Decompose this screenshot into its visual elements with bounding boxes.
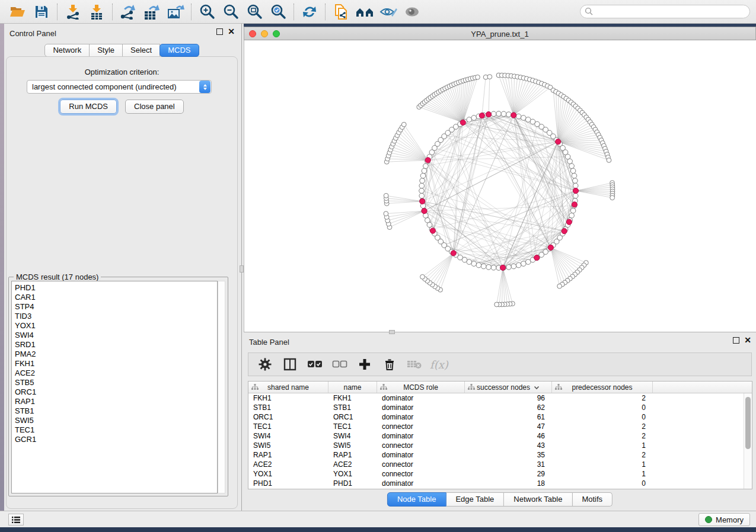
table-cell[interactable]: 31 <box>465 460 552 469</box>
table-cell[interactable]: FKH1 <box>328 393 377 403</box>
open-file-button[interactable] <box>6 2 30 22</box>
table-cell[interactable]: 2 <box>552 450 653 460</box>
search-input[interactable] <box>580 5 750 18</box>
tab-style[interactable]: Style <box>89 44 123 57</box>
table-cell[interactable]: SWI5 <box>248 441 328 450</box>
table-cell[interactable]: 2 <box>552 431 653 441</box>
select-all-button[interactable] <box>305 355 324 374</box>
create-column-button[interactable] <box>355 355 374 374</box>
column-header-successor-nodes[interactable]: successor nodes <box>465 382 552 393</box>
table-row[interactable]: SWI5SWI5connector431 <box>248 441 752 450</box>
mcds-result-item[interactable]: FKH1 <box>15 359 217 368</box>
zoom-out-button[interactable] <box>219 2 243 22</box>
mcds-result-item[interactable]: SWI5 <box>15 416 217 425</box>
table-cell[interactable]: 96 <box>465 393 552 403</box>
table-cell[interactable]: connector <box>377 441 465 450</box>
tab-mcds[interactable]: MCDS <box>160 44 199 57</box>
table-cell[interactable]: ORC1 <box>328 412 377 422</box>
network-node[interactable] <box>511 264 516 269</box>
mcds-hub-node[interactable] <box>572 202 577 207</box>
mcds-hub-node[interactable] <box>460 120 465 125</box>
table-cell[interactable]: PHD1 <box>328 479 377 488</box>
deselect-all-button[interactable] <box>330 355 349 374</box>
network-window-titlebar[interactable]: YPA_prune.txt_1 <box>244 27 756 40</box>
network-node[interactable] <box>573 183 578 188</box>
table-cell[interactable]: 2 <box>552 393 653 403</box>
first-neighbors-button[interactable] <box>353 2 377 22</box>
table-cell[interactable]: 1 <box>552 441 653 450</box>
table-cell[interactable]: connector <box>377 422 465 431</box>
tab-network-table[interactable]: Network Table <box>504 492 572 507</box>
zoom-selected-button[interactable] <box>266 2 290 22</box>
network-node[interactable] <box>401 122 406 127</box>
table-cell[interactable]: YOX1 <box>248 469 328 479</box>
mcds-hub-node[interactable] <box>479 113 484 118</box>
table-cell[interactable]: 62 <box>465 403 552 412</box>
network-node[interactable] <box>467 117 472 123</box>
network-node[interactable] <box>384 193 388 198</box>
mcds-hub-node[interactable] <box>562 229 567 234</box>
tab-motifs[interactable]: Motifs <box>572 492 613 507</box>
network-node[interactable] <box>471 116 477 121</box>
mcds-result-item[interactable]: YOX1 <box>15 321 217 331</box>
table-cell[interactable]: 1 <box>552 460 653 469</box>
table-cell[interactable]: 0 <box>552 479 653 488</box>
mcds-result-item[interactable]: SWI4 <box>15 331 217 340</box>
mcds-hub-node[interactable] <box>511 113 516 118</box>
table-cell[interactable]: 29 <box>465 469 552 479</box>
column-header-MCDS-role[interactable]: MCDS role <box>377 382 465 393</box>
table-cell[interactable]: TEC1 <box>248 422 328 431</box>
table-cell[interactable]: 47 <box>465 422 552 431</box>
table-cell[interactable]: connector <box>377 460 465 469</box>
memory-button[interactable]: Memory <box>698 513 750 526</box>
run-mcds-button[interactable]: Run MCDS <box>60 100 117 114</box>
table-cell[interactable]: 43 <box>465 441 552 450</box>
table-cell[interactable]: dominator <box>377 393 465 403</box>
mcds-result-item[interactable]: ACE2 <box>15 368 217 378</box>
network-node[interactable] <box>516 114 521 119</box>
table-cell[interactable]: YOX1 <box>328 469 377 479</box>
refresh-button[interactable] <box>298 2 321 22</box>
table-cell[interactable]: 18 <box>465 479 552 488</box>
table-cell[interactable]: 46 <box>465 431 552 441</box>
table-scrollbar-thumb[interactable] <box>745 397 751 449</box>
network-node[interactable] <box>487 75 492 79</box>
mcds-result-item[interactable]: CAR1 <box>15 293 217 302</box>
network-node[interactable] <box>557 284 562 289</box>
close-panel-icon[interactable]: ✕ <box>228 28 235 35</box>
network-node[interactable] <box>491 265 496 270</box>
close-panel-button[interactable]: Close panel <box>125 100 184 114</box>
network-node[interactable] <box>567 159 573 164</box>
network-node[interactable] <box>570 168 576 174</box>
table-cell[interactable]: 1 <box>552 469 653 479</box>
export-network-button[interactable] <box>116 2 140 22</box>
table-cell[interactable]: dominator <box>377 450 465 460</box>
table-cell[interactable]: 61 <box>465 412 552 422</box>
table-row[interactable]: PHD1PHD1dominator180 <box>248 479 752 488</box>
table-row[interactable]: STB1STB1dominator620 <box>248 403 752 412</box>
tab-edge-table[interactable]: Edge Table <box>446 492 504 507</box>
table-row[interactable]: YOX1YOX1connector291 <box>248 469 752 479</box>
mcds-result-item[interactable]: PMA2 <box>15 350 217 359</box>
table-cell[interactable]: TEC1 <box>328 422 377 431</box>
task-history-button[interactable] <box>8 514 24 525</box>
network-node[interactable] <box>495 302 499 307</box>
table-cell[interactable]: dominator <box>377 479 465 488</box>
network-node[interactable] <box>501 111 506 117</box>
table-cell[interactable]: 0 <box>552 403 653 412</box>
table-cell[interactable]: SWI4 <box>248 431 328 441</box>
network-node[interactable] <box>486 265 492 270</box>
mcds-hub-node[interactable] <box>548 245 553 250</box>
table-cell[interactable]: STB1 <box>248 403 328 412</box>
save-session-button[interactable] <box>30 2 53 22</box>
zoom-fit-button[interactable] <box>243 2 266 22</box>
table-row[interactable]: FKH1FKH1dominator962 <box>248 393 752 403</box>
network-canvas[interactable] <box>244 40 756 332</box>
tab-network[interactable]: Network <box>44 44 90 57</box>
network-node[interactable] <box>506 265 512 270</box>
network-node[interactable] <box>420 178 425 184</box>
table-options-button[interactable] <box>256 355 275 374</box>
network-node[interactable] <box>476 75 480 79</box>
mcds-hub-node[interactable] <box>425 158 430 163</box>
network-node[interactable] <box>419 183 425 188</box>
